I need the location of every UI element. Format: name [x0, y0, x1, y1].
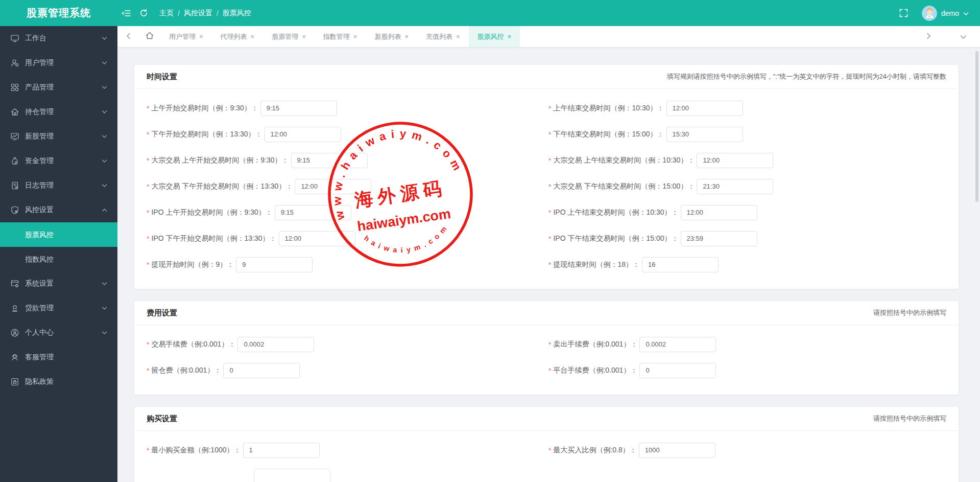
field-ipo-pm-close: * IPO 下午结束交易时间（例：15:00）：: [548, 225, 946, 251]
am-open-time-input[interactable]: [260, 101, 337, 116]
close-icon[interactable]: ×: [456, 33, 460, 40]
close-icon[interactable]: ×: [199, 33, 203, 40]
ipo-pm-close-time-input[interactable]: [681, 231, 757, 246]
field-withdraw-end: * 提现结束时间（例：18）：: [548, 251, 946, 278]
platform-fee-input[interactable]: [639, 363, 716, 378]
sidebar-item-loan-mgmt[interactable]: 贷款管理: [0, 296, 117, 320]
block-pm-open-time-input[interactable]: [295, 179, 371, 194]
required-mark: *: [548, 446, 551, 454]
close-icon[interactable]: ×: [404, 33, 409, 40]
tab-user-mgmt[interactable]: 用户管理 ×: [160, 26, 212, 47]
app-header: 股票管理系统 主页 / 风控设置 / 股票风控: [0, 0, 980, 26]
fullscreen-button[interactable]: [895, 5, 913, 22]
close-icon[interactable]: ×: [353, 33, 357, 40]
am-close-time-input[interactable]: [666, 101, 743, 116]
required-mark: *: [147, 366, 149, 375]
ipo-pm-open-time-input[interactable]: [279, 231, 355, 246]
block-am-open-time-input[interactable]: [291, 153, 368, 168]
tab-agent-list[interactable]: 代理列表 ×: [212, 26, 264, 47]
breadcrumb-risk-settings: 风控设置: [184, 9, 212, 18]
close-icon[interactable]: ×: [302, 33, 306, 40]
tab-index-mgmt[interactable]: 指数管理 ×: [315, 26, 366, 47]
required-mark: *: [548, 366, 551, 375]
close-icon[interactable]: ×: [508, 33, 512, 40]
trade-fee-input[interactable]: [237, 337, 314, 352]
field-am-open: * 上午开始交易时间（例：9:30）：: [147, 95, 544, 121]
sidebar-item-product-mgmt[interactable]: 产品管理: [0, 75, 117, 100]
sidebar-item-user-mgmt[interactable]: 用户管理: [0, 51, 117, 75]
home-icon: [146, 32, 154, 41]
required-mark: *: [548, 182, 551, 191]
sell-fee-input[interactable]: [639, 337, 716, 352]
tab-label: 股票风控: [477, 32, 504, 41]
chevron-down-icon: [960, 32, 967, 41]
field-label: 上午开始交易时间（例：9:30）：: [151, 104, 258, 113]
purchase-settings-card: 购买设置 请按照括号中的示例填写 * 最小购买金额（例:1000）： * 最大买…: [134, 407, 959, 482]
section-title: 费用设置: [147, 308, 177, 318]
sidebar-subitem-index-risk[interactable]: 指数风控: [0, 247, 117, 271]
withdraw-start-time-input[interactable]: [236, 257, 313, 272]
sidebar-item-label: 客服管理: [25, 353, 54, 362]
username: demo: [941, 9, 959, 17]
tab-recharge-list[interactable]: 充值列表 ×: [417, 26, 469, 47]
collapse-sidebar-button[interactable]: [117, 5, 135, 22]
sidebar-item-system-settings[interactable]: 系统设置: [0, 271, 117, 296]
breadcrumb-home[interactable]: 主页: [159, 9, 174, 18]
tabs-scroll-left-button[interactable]: [117, 26, 139, 47]
field-label: IPO 下午开始交易时间（例：13:30）：: [151, 234, 276, 243]
section-title: 购买设置: [147, 414, 177, 424]
tab-stock-mgmt[interactable]: 股票管理 ×: [263, 26, 315, 47]
tab-new-stock-list[interactable]: 新股列表 ×: [366, 26, 417, 47]
chevron-down-icon: [102, 85, 107, 89]
chevron-up-icon: [102, 208, 107, 212]
field-label: 最小购买金额（例:1000）：: [151, 446, 241, 455]
sidebar-item-personal-center[interactable]: 个人中心: [0, 320, 117, 345]
headset-icon: [10, 353, 19, 362]
field-sell-fee: * 卖出手续费（例:0.001）：: [548, 331, 946, 357]
sidebar-item-log-mgmt[interactable]: 日志管理: [0, 173, 117, 198]
sidebar-subitem-stock-risk[interactable]: 股票风控: [0, 222, 117, 247]
tab-stock-risk[interactable]: 股票风控 ×: [469, 26, 520, 47]
tabs-scroll-right-button[interactable]: [918, 26, 939, 47]
pm-open-time-input[interactable]: [265, 127, 341, 142]
sidebar-item-risk-settings[interactable]: 风控设置: [0, 198, 117, 222]
field-label: 提现结束时间（例：18）：: [553, 260, 640, 269]
chevron-down-icon: [102, 36, 107, 40]
pm-close-time-input[interactable]: [666, 127, 743, 142]
tab-label: 代理列表: [221, 32, 247, 41]
sidebar-item-position-mgmt[interactable]: 持仓管理: [0, 100, 117, 124]
block-pm-close-time-input[interactable]: [697, 179, 773, 194]
required-mark: *: [548, 261, 551, 269]
field-max-buy-ratio: * 最大买入比例（例:0.8）：: [548, 437, 946, 463]
min-buy-amount-input[interactable]: [243, 443, 320, 458]
sidebar-item-funds-mgmt[interactable]: 资金管理: [0, 149, 117, 173]
overnight-fee-input[interactable]: [223, 363, 300, 378]
field-overnight-fee: * 留仓费（例:0.001）：: [147, 357, 544, 383]
sidebar-item-privacy-policy[interactable]: 隐私政策: [0, 370, 117, 394]
field-label: 留仓费（例:0.001）：: [151, 366, 221, 375]
refresh-button[interactable]: [135, 5, 152, 22]
section-note: 填写规则请按照括号中的示例填写，":"统一为英文中的字符，提现时间为24小时制，…: [667, 72, 946, 81]
user-menu[interactable]: demo: [922, 6, 969, 21]
required-mark: *: [147, 130, 149, 139]
ipo-am-close-time-input[interactable]: [681, 205, 757, 220]
time-settings-card: 时间设置 填写规则请按照括号中的示例填写，":"统一为英文中的字符，提现时间为2…: [134, 65, 959, 289]
field-pm-close: * 下午结束交易时间（例：15:00）：: [548, 121, 946, 147]
withdraw-end-time-input[interactable]: [642, 257, 719, 272]
tabs-menu-button[interactable]: [952, 26, 974, 47]
next-field-input[interactable]: [254, 469, 330, 482]
required-mark: *: [147, 156, 149, 165]
ipo-am-open-time-input[interactable]: [275, 205, 351, 220]
sidebar-item-customer-service[interactable]: 客服管理: [0, 345, 117, 370]
sidebar-item-label: 日志管理: [25, 181, 54, 190]
close-icon[interactable]: ×: [251, 33, 255, 40]
max-buy-ratio-input[interactable]: [639, 443, 715, 458]
required-mark: *: [147, 104, 149, 112]
block-am-close-time-input[interactable]: [697, 153, 773, 168]
sidebar-item-label: 隐私政策: [25, 377, 54, 386]
tab-home-button[interactable]: [139, 26, 160, 47]
sidebar-item-new-stock-mgmt[interactable]: 新股管理: [0, 124, 117, 149]
sidebar-item-label: 持仓管理: [25, 107, 54, 117]
sidebar-item-workbench[interactable]: 工作台: [0, 26, 117, 51]
scrollbar-thumb[interactable]: [975, 51, 978, 202]
